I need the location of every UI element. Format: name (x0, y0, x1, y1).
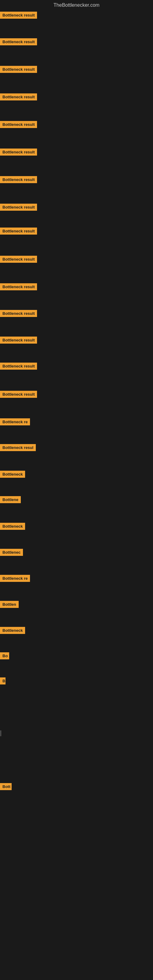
bottleneck-label: Bottleneck result (0, 363, 37, 370)
bottleneck-label: Bottleneck re (0, 575, 30, 582)
bottleneck-item: Bottleneck result (0, 310, 153, 334)
page-wrapper: TheBottlenecker.com Bottleneck resultBot… (0, 0, 153, 980)
bottleneck-label: Bottlene (0, 496, 21, 503)
bottleneck-item: Bottleneck result (0, 148, 153, 173)
bottleneck-label: Bottleneck resul (0, 444, 36, 451)
bottleneck-item (0, 703, 153, 728)
bottleneck-label: B (0, 678, 5, 684)
vertical-cursor: | (0, 730, 2, 736)
bottleneck-label: Bottleneck result (0, 204, 37, 211)
bottleneck-item: B (0, 678, 153, 702)
bottleneck-item: Bottlenec (0, 549, 153, 573)
bottleneck-item: Bottleneck resul (0, 444, 153, 469)
bottleneck-label: Bottleneck result (0, 310, 37, 317)
bottleneck-item: Bottleneck (0, 523, 153, 547)
bottleneck-label: Bottleneck (0, 627, 25, 634)
bottleneck-item (0, 893, 153, 918)
bottleneck-item: Bottleneck (0, 471, 153, 495)
bottleneck-item: Bottleneck result (0, 94, 153, 118)
bottleneck-label: Bo (0, 652, 9, 659)
bottleneck-item: Bottleneck re (0, 418, 153, 443)
bottleneck-item: Bottleneck result (0, 121, 153, 145)
bottleneck-label: Bottleneck result (0, 66, 37, 73)
bottleneck-label: Bottleneck result (0, 121, 37, 128)
bottleneck-item: Bottleneck result (0, 283, 153, 308)
bottleneck-item: Bottleneck result (0, 204, 153, 228)
bottleneck-item (0, 948, 153, 973)
bottleneck-item: Bottleneck result (0, 176, 153, 200)
bottleneck-item: Bott (0, 783, 153, 808)
bottleneck-label: Bott (0, 783, 12, 790)
bottleneck-label: Bottleneck result (0, 12, 37, 19)
bottleneck-label: Bottleneck result (0, 228, 37, 235)
bottleneck-item: Bottleneck (0, 627, 153, 651)
bottleneck-item (0, 811, 153, 835)
bottleneck-item: Bottleneck re (0, 575, 153, 599)
bottleneck-label: Bottleneck result (0, 337, 37, 344)
items-container: Bottleneck resultBottleneck resultBottle… (0, 12, 153, 976)
bottleneck-item: Bottleneck result (0, 256, 153, 280)
site-title: TheBottlenecker.com (0, 0, 153, 12)
bottleneck-label: Bottleneck result (0, 283, 37, 290)
bottleneck-item: Bo (0, 652, 153, 677)
bottleneck-item: Bottleneck result (0, 391, 153, 415)
bottleneck-label: Bottleneck result (0, 94, 37, 100)
bottleneck-label: Bottlen (0, 601, 19, 608)
bottleneck-label: Bottleneck result (0, 38, 37, 45)
bottleneck-label: Bottleneck result (0, 176, 37, 183)
bottleneck-item: Bottleneck result (0, 66, 153, 90)
bottleneck-item: | (0, 730, 153, 754)
bottleneck-item (0, 921, 153, 945)
bottleneck-item: Bottleneck result (0, 12, 153, 36)
bottleneck-item: Bottleneck result (0, 38, 153, 63)
bottleneck-item (0, 866, 153, 890)
bottleneck-label: Bottleneck result (0, 148, 37, 156)
bottleneck-item: Bottlene (0, 496, 153, 520)
bottleneck-item (0, 757, 153, 781)
bottleneck-label: Bottleneck re (0, 418, 30, 425)
bottleneck-label: Bottleneck result (0, 256, 37, 263)
bottleneck-label: Bottleneck (0, 471, 25, 478)
bottleneck-label: Bottleneck result (0, 391, 37, 398)
bottleneck-item: Bottleneck result (0, 337, 153, 361)
bottleneck-item (0, 838, 153, 863)
bottleneck-item: Bottleneck result (0, 228, 153, 252)
bottleneck-item: Bottleneck result (0, 363, 153, 387)
bottleneck-label: Bottleneck (0, 523, 25, 530)
bottleneck-label: Bottlenec (0, 549, 23, 556)
bottleneck-item: Bottlen (0, 601, 153, 625)
